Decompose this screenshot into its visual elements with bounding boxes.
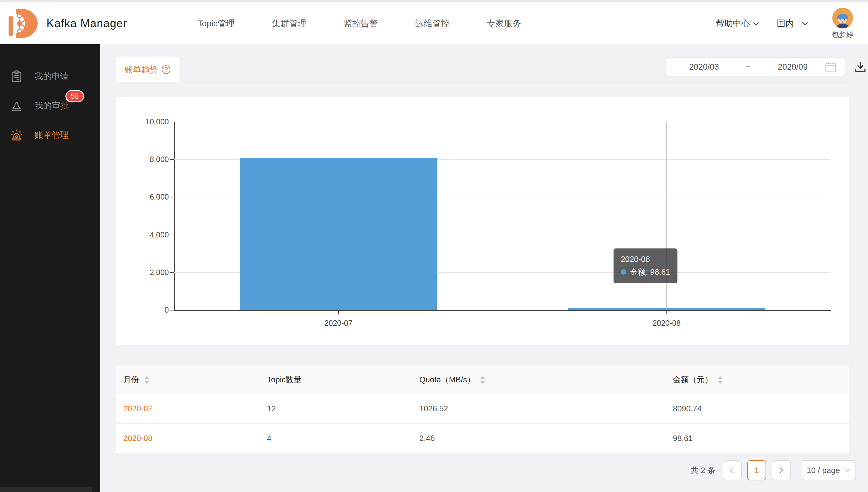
tooltip-value: 金额: 98.61 xyxy=(630,267,671,276)
column-label: Topic数量 xyxy=(267,375,302,384)
user-avatar xyxy=(832,8,853,28)
bar-2020-07[interactable] xyxy=(240,158,437,310)
table-cell: 8090.74 xyxy=(666,394,849,423)
y-axis-tick xyxy=(170,310,174,311)
x-axis-label: 2020-08 xyxy=(627,319,706,327)
table-header-row: 月份Topic数量Quota（MB/s）金额（元） xyxy=(116,366,849,394)
page-size-value: 10 / page xyxy=(807,466,840,475)
sidebar-scrollbar[interactable] xyxy=(0,487,92,492)
pagination-total: 共 2 条 xyxy=(690,465,715,476)
download-icon xyxy=(853,60,867,74)
sidebar: 我的申请我的审批58账单管理 xyxy=(0,44,100,492)
notification-badge: 58 xyxy=(66,90,84,102)
help-center-label: 帮助中心 xyxy=(716,18,750,29)
table-cell: 2.46 xyxy=(412,423,666,453)
column-header-Quota（MB/s）[interactable]: Quota（MB/s） xyxy=(412,366,666,394)
page-size-select[interactable]: 10 / page xyxy=(802,460,856,481)
y-axis-label: 0 xyxy=(116,305,169,315)
kafka-manager-logo-icon xyxy=(8,7,39,40)
navbar-right: 帮助中心 国内 xyxy=(716,2,860,44)
brand-title: Kafka Manager xyxy=(46,17,127,30)
x-axis-tick xyxy=(338,311,339,315)
chart-tooltip: 2020-08 金额: 98.61 xyxy=(613,248,678,283)
column-header-Topic数量: Topic数量 xyxy=(260,366,412,394)
table-row-2020-07: 2020-07121026.528090.74 xyxy=(116,394,849,423)
date-range-picker[interactable]: 2020/03 ~ 2020/09 xyxy=(665,57,845,76)
tooltip-title: 2020-08 xyxy=(621,253,671,266)
month-link[interactable]: 2020-08 xyxy=(116,423,260,453)
calendar-icon xyxy=(825,61,837,73)
bill-table-card: 月份Topic数量Quota（MB/s）金额（元） 2020-07121026.… xyxy=(116,366,849,453)
y-axis-tick xyxy=(170,272,174,273)
pagination-page-number: 1 xyxy=(754,466,759,475)
sidebar-item-账单管理[interactable]: 账单管理 xyxy=(0,124,100,146)
nav-item-运维管控[interactable]: 运维管控 xyxy=(415,18,449,29)
pagination-page-1[interactable]: 1 xyxy=(747,460,766,481)
table-cell: 4 xyxy=(260,423,412,453)
column-label: Quota（MB/s） xyxy=(419,375,475,384)
column-label: 月份 xyxy=(123,375,139,384)
tab-bill-trend[interactable]: 账单趋势 xyxy=(116,56,180,82)
column-header-月份[interactable]: 月份 xyxy=(116,366,260,394)
nav-item-Topic管理[interactable]: Topic管理 xyxy=(197,18,235,29)
column-header-金额（元）[interactable]: 金额（元） xyxy=(666,366,849,394)
sidebar-item-label: 账单管理 xyxy=(34,129,69,141)
main-nav: Topic管理集群管理监控告警运维管控专家服务 xyxy=(197,2,521,44)
tab-bill-trend-label: 账单趋势 xyxy=(125,64,158,75)
sidebar-item-我的审批[interactable]: 我的审批58 xyxy=(0,95,100,117)
y-axis-label: 8,000 xyxy=(116,155,169,164)
sidebar-item-我的申请[interactable]: 我的申请 xyxy=(0,66,100,87)
sidebar-item-label: 我的审批 xyxy=(34,100,69,112)
table-row-2020-08: 2020-0842.4698.61 xyxy=(116,423,849,453)
sort-caret-icon[interactable] xyxy=(480,376,485,384)
chart-x-axis xyxy=(174,310,831,311)
table-cell: 12 xyxy=(260,394,412,423)
user-name: 包梦婷 xyxy=(831,30,853,40)
chart-y-axis xyxy=(174,122,175,311)
pagination-prev-button[interactable] xyxy=(723,460,742,481)
y-axis-label: 6,000 xyxy=(116,193,169,201)
date-range-separator: ~ xyxy=(735,62,762,72)
table-cell: 98.61 xyxy=(666,423,849,453)
gridline xyxy=(174,122,831,122)
stamp-icon xyxy=(10,99,23,112)
series-dot-icon xyxy=(621,269,626,275)
chevron-down-icon xyxy=(752,20,760,27)
nav-item-监控告警[interactable]: 监控告警 xyxy=(344,18,378,29)
month-link[interactable]: 2020-07 xyxy=(116,394,260,423)
download-button[interactable] xyxy=(853,60,867,74)
bill-trend-chart: 2020-08 金额: 98.61 02,0004,0006,0008,0001… xyxy=(116,97,849,345)
chevron-down-icon xyxy=(844,467,851,474)
question-circle-icon[interactable] xyxy=(162,65,171,74)
y-axis-tick xyxy=(170,197,174,197)
bill-table: 月份Topic数量Quota（MB/s）金额（元） 2020-07121026.… xyxy=(116,366,849,453)
nav-item-集群管理[interactable]: 集群管理 xyxy=(272,18,306,29)
brand[interactable]: Kafka Manager xyxy=(8,2,127,44)
sort-caret-icon[interactable] xyxy=(718,376,723,384)
tooltip-series-row: 金额: 98.61 xyxy=(621,266,671,278)
y-axis-label: 4,000 xyxy=(116,230,169,239)
y-axis-label: 2,000 xyxy=(116,268,169,277)
sort-caret-icon[interactable] xyxy=(144,376,149,384)
y-axis-tick xyxy=(170,159,174,160)
chevron-right-icon xyxy=(777,466,785,474)
region-label: 国内 xyxy=(777,18,794,29)
clipboard-icon xyxy=(10,70,23,83)
nav-item-专家服务[interactable]: 专家服务 xyxy=(487,18,521,29)
y-axis-tick xyxy=(170,235,174,235)
pagination: 共 2 条 1 10 / page xyxy=(690,460,856,481)
pagination-next-button[interactable] xyxy=(772,460,791,481)
date-range-start[interactable]: 2020/03 xyxy=(674,62,735,72)
date-range-end[interactable]: 2020/09 xyxy=(762,62,823,72)
user-block[interactable]: 包梦婷 xyxy=(826,8,860,40)
chevron-down-icon xyxy=(801,20,809,27)
chevron-left-icon xyxy=(728,466,736,474)
top-strip xyxy=(0,0,868,2)
y-axis-tick xyxy=(170,122,174,122)
alarm-icon xyxy=(10,129,23,142)
sidebar-item-label: 我的申请 xyxy=(34,71,69,82)
help-center-dropdown[interactable]: 帮助中心 xyxy=(716,18,760,29)
region-dropdown[interactable]: 国内 xyxy=(777,18,809,29)
x-axis-tick xyxy=(666,311,667,315)
y-axis-label: 10,000 xyxy=(116,117,169,126)
